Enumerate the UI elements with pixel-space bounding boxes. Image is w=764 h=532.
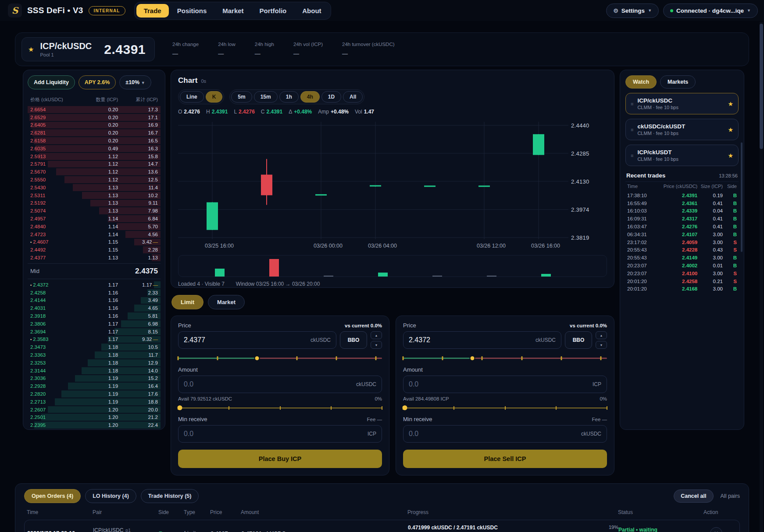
orderbook-row[interactable]: 2.26071.2020.0	[28, 406, 161, 414]
nav-item-market[interactable]: Market	[215, 4, 251, 18]
sell-bbo-button[interactable]: BBO	[565, 331, 592, 349]
favorite-star-icon[interactable]: ★	[28, 46, 34, 53]
orderbook-row[interactable]: 2.29281.1916.4	[28, 382, 161, 390]
candlestick-plot[interactable]: 2.44402.42852.41302.39742.3819	[178, 118, 607, 242]
star-icon[interactable]: ★	[728, 152, 733, 159]
add-liquidity-button[interactable]: Add Liquidity	[28, 75, 75, 89]
timeframe-1h[interactable]: 1h	[279, 91, 299, 103]
slider-knob[interactable]	[470, 355, 475, 361]
place-sell-button[interactable]: Place Sell ICP	[403, 450, 607, 468]
range-dropdown[interactable]: ±10% ▼	[119, 75, 151, 89]
orderbook-row[interactable]: 2.55501.1212.5	[28, 176, 161, 184]
orderbook-row[interactable]: 2.53111.1310.2	[28, 192, 161, 199]
orderbook-row[interactable]: 2.25011.2021.2	[28, 413, 161, 421]
sell-amount-slider[interactable]	[403, 404, 607, 412]
orderbook-row[interactable]: 2.38061.176.98	[28, 320, 161, 328]
orders-tab-open-orders-4-[interactable]: Open Orders (4)	[24, 489, 81, 503]
orderbook-row[interactable]: 2.28201.1917.6	[28, 390, 161, 398]
pair-card[interactable]: ★ ICP/ckUSDC Pool 1 2.4391	[21, 37, 155, 61]
entry-tab-limit[interactable]: Limit	[171, 295, 203, 309]
orderbook-row[interactable]: 2.62810.2016.7	[28, 129, 161, 137]
orderbook-row[interactable]: 2.60350.4916.3	[28, 145, 161, 153]
place-buy-button[interactable]: Place Buy ICP	[178, 450, 382, 468]
sell-min-receive-input[interactable]	[409, 430, 578, 438]
timeframe-15m[interactable]: 15m	[254, 91, 278, 103]
cancel-order-button close-icon[interactable]: ✕	[710, 527, 722, 532]
timeframe-all[interactable]: All	[343, 91, 363, 103]
sell-price-step-down[interactable]: ▼	[596, 341, 607, 349]
sell-price-slider[interactable]	[403, 353, 607, 363]
page-scrollbar-thumb[interactable]	[760, 24, 763, 149]
volume-pane[interactable]	[178, 255, 607, 277]
orderbook-row[interactable]: 2.30361.1915.2	[28, 375, 161, 383]
settings-button[interactable]: ⚙ Settings ▼	[606, 4, 659, 18]
slider-knob[interactable]	[403, 405, 407, 410]
orderbook-row[interactable]: •2.22901.2123.6—	[28, 429, 161, 430]
buy-min-receive-input[interactable]	[184, 430, 364, 438]
orderbook-row[interactable]: 2.47231.144.56	[28, 231, 161, 238]
orders-tab-trade-history-5-[interactable]: Trade History (5)	[141, 489, 199, 503]
watch-pair-icp-ckusdc[interactable]: ≡ICP/ckUSDCCLMM · fee 10 bps★	[625, 93, 739, 114]
orderbook-row[interactable]: 2.42581.162.33	[28, 289, 161, 297]
orderbook-row[interactable]: 2.34731.1810.5	[28, 343, 161, 351]
sell-price-step-up[interactable]: ▲	[596, 331, 607, 339]
wallet-button[interactable]: Connected · dg4cw...iqe ▼	[663, 4, 758, 18]
timeframe-4h[interactable]: 4h	[300, 91, 320, 103]
orderbook-row[interactable]: 2.56701.1213.6	[28, 168, 161, 176]
nav-item-positions[interactable]: Positions	[170, 4, 214, 18]
chart-mode-line[interactable]: Line	[180, 91, 204, 103]
orderbook-row[interactable]: 2.43771.131.13	[28, 254, 161, 262]
buy-price-step-down[interactable]: ▼	[371, 341, 382, 349]
cancel-all-button[interactable]: Cancel all	[674, 489, 713, 503]
watch-tab-markets[interactable]: Markets	[660, 75, 696, 89]
orderbook-row[interactable]: 2.57911.1214.7	[28, 160, 161, 168]
orderbook-row[interactable]: 2.49571.146.84	[28, 215, 161, 223]
orderbook-row[interactable]: 2.66540.2017.3	[28, 106, 161, 113]
buy-amount-slider[interactable]	[178, 404, 382, 412]
orderbook-row[interactable]: 2.39181.165.81	[28, 312, 161, 320]
orderbook-row[interactable]: 2.61580.2016.5	[28, 137, 161, 145]
orderbook-row[interactable]: 2.59131.1215.8	[28, 153, 161, 160]
sell-amount-input[interactable]	[409, 380, 589, 388]
orderbook-row[interactable]: 2.64050.2016.9	[28, 121, 161, 129]
orders-tab-lo-history-4-[interactable]: LO History (4)	[85, 489, 136, 503]
all-pairs-filter[interactable]: All pairs	[721, 493, 740, 499]
timeframe-5m[interactable]: 5m	[231, 91, 252, 103]
watch-tab-watch[interactable]: Watch	[625, 75, 657, 89]
chart-mode-k[interactable]: K	[206, 91, 223, 103]
orderbook-row[interactable]: 2.27131.1918.8	[28, 398, 161, 406]
sell-price-input[interactable]	[409, 336, 532, 344]
nav-item-trade[interactable]: Trade	[136, 4, 169, 18]
nav-item-about[interactable]: About	[295, 4, 328, 18]
buy-price-input[interactable]	[184, 336, 307, 344]
buy-bbo-button[interactable]: BBO	[340, 331, 367, 349]
orderbook-row[interactable]: •2.46071.153.42—	[28, 238, 161, 246]
timeframe-1d[interactable]: 1D	[321, 91, 341, 103]
buy-price-step-up[interactable]: ▲	[371, 331, 382, 339]
orderbook-row[interactable]: 2.50741.137.98	[28, 207, 161, 215]
orderbook-row[interactable]: 2.33631.1811.7	[28, 351, 161, 359]
watch-pair-ckusdc-ckusdt[interactable]: ≡ckUSDC/ckUSDTCLMM · fee 10 bps★	[625, 119, 739, 140]
orderbook-row[interactable]: 2.31441.1814.0	[28, 367, 161, 375]
orderbook-row[interactable]: •2.35831.179.32—	[28, 336, 161, 344]
orderbook-row[interactable]: 2.54301.1311.4	[28, 184, 161, 192]
panel-scrollbar-thumb[interactable]	[741, 142, 743, 252]
orderbook-row[interactable]: 2.48401.145.70	[28, 223, 161, 231]
star-icon[interactable]: ★	[728, 100, 733, 107]
watch-pair-icp-ckusdt[interactable]: ≡ICP/ckUSDTCLMM · fee 10 bps★	[625, 145, 739, 166]
orderbook-row[interactable]: 2.36941.178.15	[28, 328, 161, 336]
star-icon[interactable]: ★	[728, 126, 733, 133]
apy-button[interactable]: APY 2.6%	[79, 75, 116, 89]
slider-knob[interactable]	[178, 405, 182, 410]
nav-item-portfolio[interactable]: Portfolio	[252, 4, 294, 18]
slider-knob[interactable]	[254, 355, 260, 361]
orderbook-row[interactable]: •2.43721.171.17—	[28, 281, 161, 289]
orderbook-row[interactable]: 2.41441.163.49	[28, 297, 161, 305]
orderbook-row[interactable]: 2.51921.139.11	[28, 199, 161, 207]
orderbook-row[interactable]: 2.44921.152.28	[28, 246, 161, 254]
orderbook-row[interactable]: 2.40311.164.65	[28, 304, 161, 312]
orderbook-row[interactable]: 2.23951.2022.4	[28, 421, 161, 429]
entry-tab-market[interactable]: Market	[208, 295, 245, 309]
buy-amount-input[interactable]	[184, 380, 353, 388]
orderbook-row[interactable]: 2.65290.2017.1	[28, 113, 161, 121]
